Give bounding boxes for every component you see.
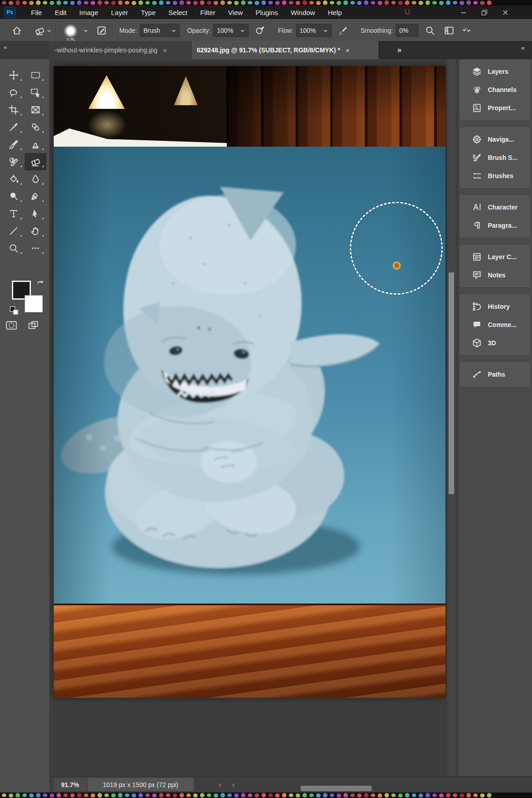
panel-item-naviga[interactable]: Naviga... (460, 130, 529, 148)
quick-mask-icon[interactable] (5, 319, 17, 331)
crop-tool[interactable] (3, 101, 25, 118)
line-tool[interactable] (3, 222, 25, 240)
menu-window[interactable]: Window (284, 9, 321, 16)
document-tab-2[interactable]: 629248.jpg @ 91.7% (SUBJECT, RGB/8/CMYK)… (191, 41, 379, 59)
tab-close-icon[interactable]: × (346, 46, 350, 54)
edit-toolbar-button[interactable] (25, 240, 46, 257)
panel-item-character[interactable]: Character (460, 198, 529, 216)
healing-brush-tool[interactable] (25, 118, 46, 136)
toolbar-collapse-button[interactable]: « (0, 41, 49, 59)
type-tool[interactable] (3, 205, 25, 222)
history-brush-tool[interactable] (3, 153, 25, 170)
tab-label: 629248.jpg @ 91.7% (SUBJECT, RGB/8/CMYK)… (197, 46, 340, 54)
close-button[interactable] (497, 7, 513, 18)
status-chevron-left-icon[interactable]: ‹ (226, 781, 240, 789)
brush-settings-toggle-icon[interactable] (95, 24, 108, 37)
layer-comps-icon (472, 252, 482, 262)
screen-mode-icon[interactable] (27, 319, 39, 331)
eraser-icon (31, 157, 41, 167)
pen-tool[interactable] (25, 188, 46, 205)
workspace-switcher-icon[interactable] (442, 24, 456, 37)
path-selection-tool[interactable] (25, 205, 46, 222)
object-selection-tool[interactable] (25, 84, 46, 101)
tab-label: -without-wrinkles-pimples-posing.jpg (55, 46, 158, 54)
status-chevron-right-icon[interactable]: › (213, 781, 226, 789)
chevron-down-icon[interactable] (83, 28, 88, 33)
horizontal-scrollbar-thumb[interactable] (301, 786, 372, 791)
panel-item-comme[interactable]: Comme... (460, 316, 529, 334)
menu-filter[interactable]: Filter (194, 9, 222, 16)
menu-type[interactable]: Type (134, 9, 162, 16)
zoom-tool[interactable] (3, 240, 25, 257)
tab-overflow-button[interactable]: » (397, 46, 401, 55)
vertical-scrollbar-thumb[interactable] (449, 272, 454, 494)
panel-item-brushes[interactable]: Brushes (460, 167, 529, 185)
vertical-scrollbar[interactable] (447, 59, 455, 777)
menu-file[interactable]: File (25, 9, 48, 16)
panel-collapse-button[interactable]: « (521, 44, 525, 51)
move-tool[interactable] (3, 66, 25, 84)
current-tool-eraser-icon[interactable] (33, 24, 46, 37)
menu-edit[interactable]: Edit (48, 9, 73, 16)
document-canvas[interactable] (54, 66, 445, 698)
panel-item-channels[interactable]: Channels (460, 81, 529, 99)
panel-item-paths[interactable]: Paths (460, 365, 529, 384)
pressure-opacity-icon[interactable] (253, 24, 267, 37)
restore-button[interactable] (476, 7, 492, 18)
background-color-swatch[interactable] (25, 295, 43, 312)
panel-item-layer-c[interactable]: Layer C... (460, 248, 529, 266)
tab-close-icon[interactable]: × (163, 46, 167, 54)
opacity-select[interactable]: 100% (213, 24, 249, 37)
flow-value: 100% (300, 27, 316, 34)
minimize-button[interactable] (455, 7, 471, 18)
separator (56, 23, 56, 38)
zoom-level[interactable]: 91.7% (54, 778, 87, 791)
lasso-tool[interactable] (3, 84, 25, 101)
menu-layer[interactable]: Layer (105, 9, 135, 16)
chevron-down-icon[interactable] (46, 28, 51, 33)
film-strip-bottom (0, 793, 532, 798)
brush-preset-picker[interactable]: 175 (61, 24, 80, 43)
panel-item-history[interactable]: History (460, 297, 529, 316)
history-icon (472, 302, 482, 312)
swap-colors-icon[interactable] (36, 279, 45, 288)
dodge-tool[interactable] (3, 188, 25, 205)
film-strip-top (0, 0, 532, 5)
home-icon[interactable] (10, 24, 24, 37)
panel-item-paragra[interactable]: Paragra... (460, 216, 529, 235)
eyedropper-tool[interactable] (3, 118, 25, 136)
eraser-tool[interactable] (25, 153, 46, 170)
menu-select[interactable]: Select (162, 9, 194, 16)
smoothing-input[interactable]: 0% (396, 24, 419, 37)
airbrush-icon[interactable] (336, 24, 350, 37)
menu-help[interactable]: Help (322, 9, 348, 16)
panel-item-propert[interactable]: Propert... (460, 99, 529, 117)
menu-image[interactable]: Image (73, 9, 105, 16)
navigator-icon (472, 134, 482, 144)
panel-item-label: Brush S... (488, 154, 517, 161)
hand-tool[interactable] (25, 222, 46, 240)
panel-item-label: Channels (488, 86, 517, 93)
brush-tool[interactable] (3, 136, 25, 153)
clone-stamp-tool[interactable] (25, 136, 46, 153)
pen-icon (31, 191, 41, 201)
panel-item-notes[interactable]: Notes (460, 266, 529, 284)
gradient-bucket-tool[interactable] (3, 170, 25, 188)
default-colors-icon[interactable] (9, 306, 19, 316)
panel-item-3d[interactable]: 3D (460, 334, 529, 352)
mode-select[interactable]: Brush (140, 24, 180, 37)
blur-tool[interactable] (25, 170, 46, 188)
rectangular-marquee-tool[interactable] (25, 66, 46, 84)
menu-plugins[interactable]: Plugins (249, 9, 284, 16)
flow-select[interactable]: 100% (296, 24, 332, 37)
panel-group-2: Naviga...Brush S...Brushes (460, 128, 530, 188)
frame-tool[interactable] (25, 101, 46, 118)
document-tab-1[interactable]: -without-wrinkles-pimples-posing.jpg× (49, 41, 191, 59)
search-icon[interactable] (423, 24, 437, 37)
panel-item-brush-s[interactable]: Brush S... (460, 148, 529, 167)
history-brush-icon (9, 157, 19, 167)
panel-item-label: Naviga... (488, 136, 514, 143)
panel-item-layers[interactable]: Layers (460, 62, 529, 81)
menu-view[interactable]: View (222, 9, 249, 16)
checkmark-chevron-icon[interactable] (460, 24, 473, 37)
